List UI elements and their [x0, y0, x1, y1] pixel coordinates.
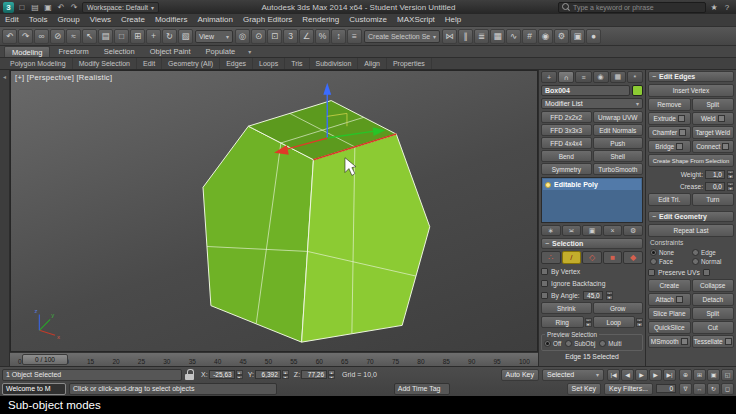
constraint-option[interactable]: None: [650, 249, 690, 256]
ribbon-tab[interactable]: Selection: [97, 46, 142, 57]
show-end-result-icon[interactable]: ≍: [562, 225, 582, 236]
by-angle-checkbox[interactable]: [541, 292, 548, 299]
menu-item[interactable]: Edit: [0, 14, 24, 26]
vertex-mode-icon[interactable]: ∴: [541, 251, 561, 264]
favorites-star-icon[interactable]: ★: [708, 1, 720, 13]
object-color-swatch[interactable]: [632, 85, 643, 96]
render-setup-icon[interactable]: ⚙: [554, 29, 569, 44]
edit-edges-button[interactable]: Connect: [692, 140, 735, 153]
create-tab-icon[interactable]: +: [541, 71, 557, 83]
percent-snap-icon[interactable]: %: [315, 29, 330, 44]
ribbon-panel-title[interactable]: Geometry (All): [162, 58, 220, 69]
set-key-button[interactable]: Set Key: [567, 383, 602, 395]
ribbon-panel-title[interactable]: Edges: [220, 58, 253, 69]
orbit-icon[interactable]: ↻: [707, 383, 720, 395]
menu-item[interactable]: Animation: [192, 14, 238, 26]
preview-selection-option[interactable]: Multi: [599, 340, 621, 347]
stack-item-editable-poly[interactable]: Editable Poly: [543, 179, 641, 190]
edit-geometry-button[interactable]: Slice Plane: [648, 307, 691, 320]
ribbon-tab[interactable]: Modeling: [4, 46, 50, 57]
time-slider-handle[interactable]: 0 / 100: [22, 354, 68, 365]
modifier-button[interactable]: Unwrap UVW: [593, 111, 644, 123]
menu-item[interactable]: MAXScript: [392, 14, 440, 26]
edit-edges-button[interactable]: Insert Vertex: [648, 84, 734, 97]
preview-selection-option[interactable]: Off: [544, 340, 561, 347]
edit-geometry-button[interactable]: Split: [692, 307, 735, 320]
selection-lock-icon[interactable]: [185, 369, 194, 380]
edit-edges-button[interactable]: Remove: [648, 98, 691, 111]
x-spinner[interactable]: ▴▾: [236, 370, 243, 379]
select-object-icon[interactable]: ↖: [82, 29, 97, 44]
edit-edges-button[interactable]: Chamfer: [648, 126, 691, 139]
weight-field[interactable]: 1,0: [705, 170, 725, 179]
ribbon-panel-title[interactable]: Align: [358, 58, 387, 69]
select-by-name-icon[interactable]: ▤: [98, 29, 113, 44]
make-unique-icon[interactable]: ▣: [582, 225, 602, 236]
select-and-rotate-icon[interactable]: ↻: [162, 29, 177, 44]
polygon-mode-icon[interactable]: ■: [603, 251, 623, 264]
ring-button[interactable]: Ring: [541, 316, 584, 328]
loop-button[interactable]: Loop: [593, 316, 636, 328]
menu-item[interactable]: Group: [52, 14, 84, 26]
grow-button[interactable]: Grow: [593, 302, 644, 314]
viewport-left-strip[interactable]: ◂: [0, 70, 10, 366]
display-tab-icon[interactable]: ▦: [610, 71, 626, 83]
save-file-icon[interactable]: ▣: [42, 1, 54, 13]
weight-spinner[interactable]: ▴▾: [727, 170, 734, 179]
ribbon-tab[interactable]: Freeform: [51, 46, 95, 57]
y-spinner[interactable]: ▴▾: [282, 370, 289, 379]
mirror-icon[interactable]: ⋈: [442, 29, 457, 44]
loop-spinner[interactable]: ▴▾: [636, 318, 643, 327]
modifier-button[interactable]: Push: [593, 137, 644, 149]
crease-spinner[interactable]: ▴▾: [727, 182, 734, 191]
motion-tab-icon[interactable]: ◉: [593, 71, 609, 83]
edit-geometry-rollout-header[interactable]: − Edit Geometry: [648, 211, 734, 222]
repeat-last-button[interactable]: Repeat Last: [648, 224, 734, 237]
help-icon[interactable]: ?: [721, 1, 733, 13]
key-filters-button[interactable]: Key Filters...: [604, 383, 653, 395]
menu-item[interactable]: Customize: [344, 14, 392, 26]
hierarchy-tab-icon[interactable]: ≡: [575, 71, 591, 83]
ribbon-panel-title[interactable]: Modify Selection: [73, 58, 137, 69]
ribbon-panel-title[interactable]: Subdivision: [310, 58, 359, 69]
menu-item[interactable]: Rendering: [297, 14, 344, 26]
z-coordinate-field[interactable]: 77,26: [301, 370, 327, 379]
menu-item[interactable]: Modifiers: [150, 14, 192, 26]
constraint-option[interactable]: Normal: [692, 258, 732, 265]
edit-geometry-button[interactable]: Detach: [692, 293, 735, 306]
ribbon-minimize-icon[interactable]: ▾: [248, 48, 251, 55]
modifier-button[interactable]: Symmetry: [541, 163, 592, 175]
constraint-option[interactable]: Face: [650, 258, 690, 265]
modify-tab-icon[interactable]: ∩: [558, 71, 574, 83]
rectangular-selection-region-icon[interactable]: □: [114, 29, 129, 44]
infocenter-search-input[interactable]: Type a keyword or phrase: [558, 2, 706, 13]
x-coordinate-field[interactable]: -25,63: [209, 370, 235, 379]
preserve-uvs-checkbox[interactable]: [648, 269, 655, 276]
key-selection-dropdown[interactable]: Selected ▾: [542, 369, 604, 381]
modifier-button[interactable]: TurboSmooth: [593, 163, 644, 175]
pin-stack-icon[interactable]: ∗: [541, 225, 561, 236]
by-angle-field[interactable]: 45,0: [583, 291, 603, 300]
border-mode-icon[interactable]: ◇: [582, 251, 602, 264]
edit-geometry-button[interactable]: Tessellate: [692, 335, 735, 348]
redo-icon[interactable]: ↷: [18, 29, 33, 44]
render-production-icon[interactable]: ●: [586, 29, 601, 44]
play-animation-icon[interactable]: ▶: [635, 369, 648, 381]
maximize-viewport-icon[interactable]: ◻: [721, 383, 734, 395]
modifier-button[interactable]: FFD 3x3x3: [541, 124, 592, 136]
curve-editor-icon[interactable]: ∿: [506, 29, 521, 44]
crease-field[interactable]: 0,0: [705, 182, 725, 191]
utilities-tab-icon[interactable]: *: [627, 71, 643, 83]
zoom-icon[interactable]: ⊕: [679, 369, 692, 381]
go-to-start-icon[interactable]: |◀: [607, 369, 620, 381]
ribbon-tab[interactable]: Object Paint: [143, 46, 198, 57]
modifier-onoff-bulb-icon[interactable]: [545, 182, 551, 188]
field-of-view-icon[interactable]: ∇: [679, 383, 692, 395]
zoom-all-icon[interactable]: ⊞: [693, 369, 706, 381]
edit-geometry-button[interactable]: Attach: [648, 293, 691, 306]
menu-item[interactable]: Views: [85, 14, 116, 26]
select-and-manipulate-icon[interactable]: ⊙: [251, 29, 266, 44]
edit-geometry-button[interactable]: Create: [648, 279, 691, 292]
previous-frame-icon[interactable]: ◀: [621, 369, 634, 381]
maxscript-mini-listener[interactable]: Welcome to M: [2, 383, 66, 395]
